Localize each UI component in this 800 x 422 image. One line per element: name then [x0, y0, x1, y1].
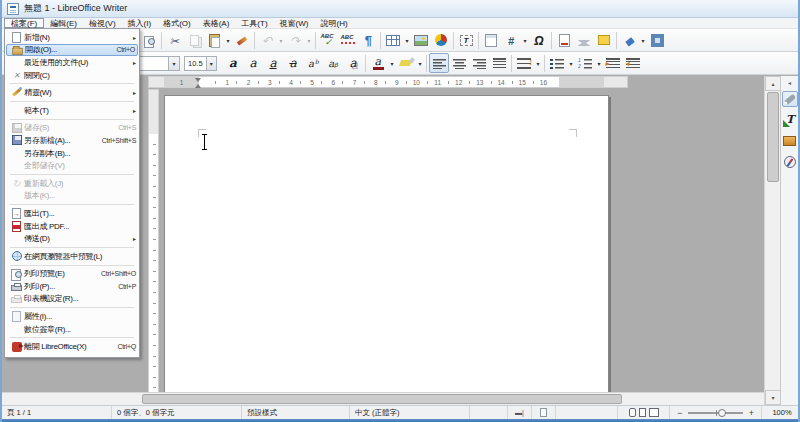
menu-item-recent-documents[interactable]: 最近使用的文件(U)▸ [6, 56, 138, 69]
shadow-icon[interactable] [343, 53, 363, 73]
insert-bookmark-icon[interactable] [574, 30, 594, 50]
menu-item-export-pdf[interactable]: 匯出成 PDF... [6, 220, 138, 233]
scroll-down-icon[interactable]: ▾ [765, 390, 781, 405]
menu-item-open[interactable]: 開啟(O)...Ctrl+O [6, 44, 138, 57]
fields-dropdown[interactable] [521, 30, 529, 50]
hyperlink-icon[interactable] [619, 30, 639, 50]
cut-icon[interactable] [164, 30, 184, 50]
strikethrough-icon[interactable] [283, 53, 303, 73]
menu-help[interactable]: 說明(H) [314, 18, 353, 28]
copy-icon[interactable] [184, 30, 204, 50]
zoom-out-icon[interactable]: − [675, 408, 684, 418]
menu-item-save-a-copy[interactable]: 另存副本(B)... [6, 147, 138, 160]
menu-edit[interactable]: 編輯(E) [44, 18, 83, 28]
menu-item-properties[interactable]: 屬性(I)... [6, 310, 138, 323]
horizontal-scroll-thumb[interactable] [142, 394, 622, 404]
font-color-icon[interactable] [368, 53, 388, 73]
zoom-slider-knob[interactable] [718, 409, 726, 417]
print-preview-icon[interactable] [139, 30, 159, 50]
selection-mode-cell[interactable]: ▬| [508, 406, 532, 419]
bullets-icon[interactable] [547, 53, 567, 73]
menu-item-new[interactable]: 新增(N)▸ [6, 31, 138, 44]
justify-icon[interactable] [489, 53, 509, 73]
sidebar-toggle-icon[interactable]: ◂ [786, 78, 794, 86]
insert-image-icon[interactable] [411, 30, 431, 50]
sidebar-navigator-icon[interactable] [782, 154, 798, 170]
bullets-dropdown[interactable] [567, 53, 575, 73]
menu-insert[interactable]: 插入(I) [122, 18, 158, 28]
redo-icon[interactable] [285, 30, 305, 50]
decrease-indent-icon[interactable] [623, 53, 643, 73]
menu-item-export[interactable]: 匯出(T)... [6, 207, 138, 220]
page-style-cell[interactable]: 預設樣式 [242, 406, 350, 419]
insert-table-icon[interactable] [383, 30, 403, 50]
sidebar-properties-icon[interactable] [782, 91, 798, 107]
zoom-in-icon[interactable]: + [747, 408, 756, 418]
menu-item-wizards[interactable]: 精靈(W)▸ [6, 86, 138, 99]
spellcheck-icon[interactable] [318, 30, 338, 50]
highlighting-icon[interactable] [396, 53, 416, 73]
menu-item-save-as[interactable]: 另存新檔(A)...Ctrl+Shift+S [6, 134, 138, 147]
menu-item-templates[interactable]: 範本(T)▸ [6, 104, 138, 117]
menu-tools[interactable]: 工具(T) [235, 18, 273, 28]
increase-indent-icon[interactable] [603, 53, 623, 73]
document-page[interactable] [164, 95, 609, 422]
scroll-up-icon[interactable]: ▴ [765, 76, 781, 91]
clone-formatting-icon[interactable] [232, 30, 252, 50]
undo-dropdown[interactable] [277, 30, 285, 50]
numbering-icon[interactable] [575, 53, 595, 73]
title-bar[interactable]: 無題 1 - LibreOffice Writer [2, 0, 798, 18]
align-left-icon[interactable] [429, 53, 449, 73]
menu-view[interactable]: 檢視(V) [83, 18, 122, 28]
redo-dropdown[interactable] [305, 30, 313, 50]
menu-item-exit[interactable]: 離開 LibreOffice(X)Ctrl+Q [6, 340, 138, 353]
menu-item-print[interactable]: 列印(P)...Ctrl+P [6, 280, 138, 293]
horizontal-scrollbar[interactable] [2, 392, 764, 405]
text-box-icon[interactable] [456, 30, 476, 50]
align-right-icon[interactable] [469, 53, 489, 73]
menu-item-digital-signatures[interactable]: 數位簽章(R)... [6, 323, 138, 336]
align-center-icon[interactable] [449, 53, 469, 73]
horizontal-ruler[interactable]: 1 12345678910111213141516 [148, 76, 628, 88]
book-view-icon[interactable] [649, 408, 659, 417]
multi-page-view-icon[interactable] [639, 408, 646, 417]
auto-spellcheck-icon[interactable] [338, 30, 358, 50]
vertical-scroll-thumb[interactable] [767, 92, 779, 182]
formatting-marks-icon[interactable] [358, 30, 378, 50]
special-character-icon[interactable] [529, 30, 549, 50]
hyperlink-dropdown[interactable] [639, 30, 647, 50]
font-size-dropdown[interactable]: ▾ [206, 57, 216, 70]
font-color-dropdown[interactable] [388, 53, 396, 73]
insert-footnote-icon[interactable] [554, 30, 574, 50]
navigator-icon[interactable] [647, 30, 667, 50]
menu-item-printer-settings[interactable]: 印表機設定(R)... [6, 293, 138, 306]
menu-file[interactable]: 檔案(F) [4, 18, 44, 28]
underline-icon[interactable] [263, 53, 283, 73]
vertical-ruler[interactable] [148, 89, 159, 392]
menu-item-web-preview[interactable]: 在網頁瀏覽器中預覽(L) [6, 250, 138, 263]
line-spacing-dropdown[interactable] [534, 53, 542, 73]
line-spacing-icon[interactable] [514, 53, 534, 73]
menu-item-close[interactable]: 關閉(C) [6, 69, 138, 82]
font-name-dropdown[interactable]: ▾ [168, 57, 179, 70]
word-count-cell[interactable]: 0 個字、0 個字元 [112, 406, 242, 419]
page-number-cell[interactable]: 頁 1 / 1 [2, 406, 112, 419]
menu-window[interactable]: 視窗(W) [274, 18, 315, 28]
bold-icon[interactable] [223, 53, 243, 73]
vertical-scrollbar[interactable]: ▴ ▾ [764, 76, 780, 405]
zoom-slider[interactable] [688, 412, 742, 414]
table-dropdown[interactable] [403, 30, 411, 50]
insert-comment-icon[interactable] [594, 30, 614, 50]
text-language-cell[interactable]: 中文 (正體字) [350, 406, 470, 419]
single-page-view-icon[interactable] [629, 408, 636, 417]
paste-icon[interactable] [204, 30, 224, 50]
italic-icon[interactable] [243, 53, 263, 73]
numbering-dropdown[interactable] [595, 53, 603, 73]
paste-dropdown[interactable] [224, 30, 232, 50]
sidebar-gallery-icon[interactable] [782, 133, 798, 149]
menu-item-print-preview[interactable]: 列印預覽(E)Ctrl+Shift+O [6, 268, 138, 281]
insert-chart-icon[interactable] [431, 30, 451, 50]
menu-item-send[interactable]: 傳送(D)▸ [6, 232, 138, 245]
document-modified-cell[interactable] [532, 406, 556, 419]
menu-table[interactable]: 表格(A) [197, 18, 236, 28]
